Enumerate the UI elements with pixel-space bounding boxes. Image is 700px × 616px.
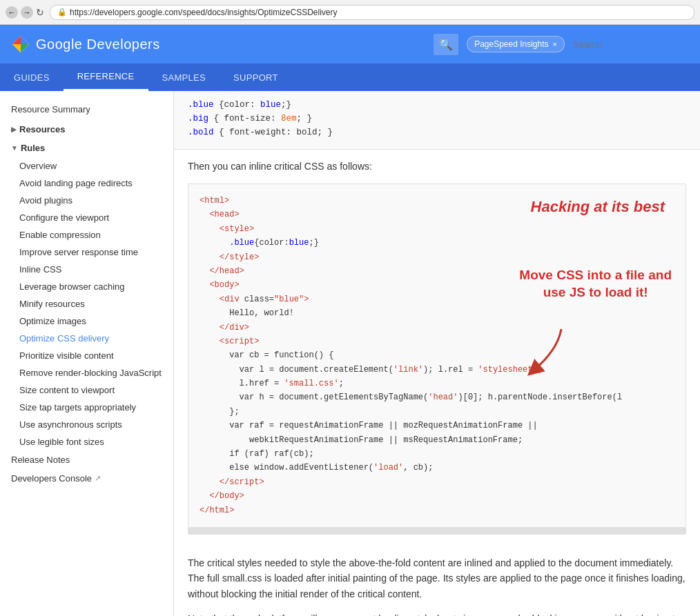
- sidebar-section-resources[interactable]: ▶ Resources: [0, 120, 173, 139]
- sidebar-item-remove-render[interactable]: Remove render-blocking JavaScript: [0, 364, 173, 381]
- svg-marker-2: [21, 44, 29, 52]
- header-title: Google Developers: [36, 37, 160, 52]
- svg-marker-4: [12, 36, 21, 44]
- sidebar-item-size-tap[interactable]: Size tap targets appropriately: [0, 399, 173, 416]
- sidebar-item-inline-css[interactable]: Inline CSS: [0, 261, 173, 278]
- sidebar-item-developers-console[interactable]: Developers Console ↗: [0, 469, 173, 488]
- sidebar-item-size-content[interactable]: Size content to viewport: [0, 381, 173, 399]
- search-input[interactable]: [573, 39, 689, 50]
- code-line-2: .big { font-size: 8em; }: [188, 112, 686, 126]
- svg-marker-3: [12, 44, 21, 52]
- sidebar-item-avoid-landing[interactable]: Avoid landing page redirects: [0, 175, 173, 192]
- gd-header: Google Developers 🔍 PageSpeed Insights ×: [0, 25, 700, 63]
- sidebar-item-release-notes[interactable]: Release Notes: [0, 450, 173, 469]
- gd-logo: Google Developers: [11, 34, 160, 54]
- sidebar-item-configure-viewport[interactable]: Configure the viewport: [0, 209, 173, 226]
- nav-guides[interactable]: GUIDES: [0, 63, 64, 91]
- back-button[interactable]: ←: [6, 6, 18, 19]
- code-scrollbar[interactable]: [188, 528, 686, 535]
- code-line-1: .blue {color: blue;}: [188, 98, 686, 112]
- chevron-right-icon: ▶: [11, 126, 17, 133]
- external-link-icon: ↗: [95, 474, 101, 483]
- code-line-3: .bold { font-weight: bold; }: [188, 126, 686, 139]
- google-dev-logo-icon: [11, 34, 30, 54]
- sidebar-section-rules[interactable]: ▼ Rules: [0, 139, 173, 157]
- body-text: The critical styles needed to style the …: [174, 544, 700, 616]
- sidebar-item-leverage-caching[interactable]: Leverage browser caching: [0, 278, 173, 295]
- search-tag-label: PageSpeed Insights: [474, 39, 548, 49]
- refresh-button[interactable]: ↻: [36, 7, 44, 18]
- browser-controls: ← → ↻: [6, 6, 44, 19]
- search-tag: PageSpeed Insights ×: [467, 36, 565, 52]
- sidebar: Resource Summary ▶ Resources ▼ Rules Ove…: [0, 91, 174, 616]
- nav-reference[interactable]: REFERENCE: [64, 63, 148, 91]
- forward-button[interactable]: →: [21, 6, 33, 19]
- sidebar-item-avoid-plugins[interactable]: Avoid plugins: [0, 192, 173, 209]
- sidebar-item-prioritize[interactable]: Prioritize visible content: [0, 347, 173, 364]
- search-icon: 🔍: [439, 38, 453, 51]
- code-top-block: .blue {color: blue;} .big { font-size: 8…: [174, 91, 700, 150]
- search-button[interactable]: 🔍: [434, 34, 458, 55]
- url-text: https://developers.google.com/speed/docs…: [70, 8, 338, 17]
- chevron-down-icon: ▼: [11, 144, 18, 152]
- main-layout: Resource Summary ▶ Resources ▼ Rules Ove…: [0, 91, 700, 616]
- sidebar-item-optimize-images[interactable]: Optimize images: [0, 312, 173, 330]
- nav-bar: GUIDES REFERENCE SAMPLES SUPPORT: [0, 63, 700, 91]
- sidebar-item-optimize-css[interactable]: Optimize CSS delivery: [0, 330, 173, 347]
- main-code-block: <html> <head> <style> .blue{color:blue;}…: [188, 183, 686, 528]
- search-tag-close[interactable]: ×: [553, 40, 557, 48]
- inline-text: Then you can inline critical CSS as foll…: [174, 150, 700, 183]
- sidebar-item-async-scripts[interactable]: Use asynchronous scripts: [0, 416, 173, 433]
- body-paragraph-2: Note that the web platform will soon sup…: [188, 611, 686, 616]
- svg-marker-1: [21, 36, 29, 44]
- body-paragraph-1: The critical styles needed to style the …: [188, 555, 686, 602]
- address-bar[interactable]: 🔒 https://developers.google.com/speed/do…: [50, 5, 694, 20]
- sidebar-item-enable-compression[interactable]: Enable compression: [0, 226, 173, 244]
- lock-icon: 🔒: [57, 8, 67, 17]
- sidebar-item-improve-server[interactable]: Improve server response time: [0, 244, 173, 261]
- nav-samples[interactable]: SAMPLES: [148, 63, 220, 91]
- sidebar-item-resource-summary[interactable]: Resource Summary: [0, 99, 173, 120]
- sidebar-item-minify[interactable]: Minify resources: [0, 295, 173, 312]
- sidebar-item-legible-font[interactable]: Use legible font sizes: [0, 433, 173, 450]
- content-area: .blue {color: blue;} .big { font-size: 8…: [174, 91, 700, 616]
- sidebar-item-overview[interactable]: Overview: [0, 157, 173, 175]
- code-content: <html> <head> <style> .blue{color:blue;}…: [188, 184, 686, 527]
- nav-support[interactable]: SUPPORT: [220, 63, 292, 91]
- browser-bar: ← → ↻ 🔒 https://developers.google.com/sp…: [0, 0, 700, 25]
